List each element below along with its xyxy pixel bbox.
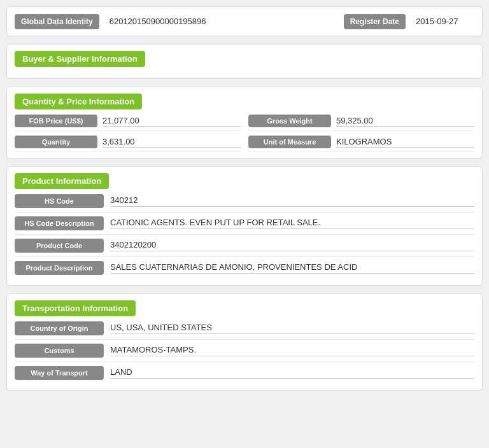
gross-weight-value: 59,325.00	[336, 116, 474, 127]
product-code-label: Product Code	[15, 239, 104, 253]
fob-price-field: FOB Price (US$) 21,077.00	[15, 115, 241, 130]
product-code-value: 3402120200	[110, 240, 474, 251]
global-data-identity-label: Global Data Identity	[15, 14, 99, 29]
fob-price-label: FOB Price (US$)	[15, 115, 97, 127]
transportation-fields: Country of Origin US, USA, UNITED STATES…	[15, 321, 474, 384]
way-of-transport-value: LAND	[110, 367, 474, 379]
customs-field: Customs MATAMOROS-TAMPS.	[15, 344, 474, 362]
way-of-transport-field: Way of Transport LAND	[15, 366, 474, 384]
hs-code-description-label: HS Code Description	[15, 216, 104, 230]
quantity-label: Quantity	[15, 136, 97, 148]
hs-code-description-value: CATIONIC AGENTS. EVEN PUT UP FOR RETAIL …	[110, 218, 474, 229]
fob-price-value: 21,077.00	[103, 116, 241, 127]
hs-code-value: 340212	[110, 195, 474, 207]
transportation-header: Transportation Information	[15, 300, 136, 316]
quantity-price-card: Quantity & Price Information FOB Price (…	[6, 87, 483, 158]
country-of-origin-field: Country of Origin US, USA, UNITED STATES	[15, 321, 474, 340]
customs-label: Customs	[15, 344, 104, 358]
identity-card: Global Data Identity 6201201509000001958…	[6, 6, 483, 36]
product-description-label: Product Description	[15, 261, 104, 275]
country-of-origin-value: US, USA, UNITED STATES	[110, 323, 474, 334]
way-of-transport-label: Way of Transport	[15, 366, 104, 380]
product-description-value: SALES CUATERNARIAS DE AMONIO, PROVENIENT…	[110, 262, 474, 274]
product-code-field: Product Code 3402120200	[15, 239, 474, 257]
product-description-field: Product Description SALES CUATERNARIAS D…	[15, 261, 474, 279]
unit-of-measure-label: Unit of Measure	[248, 136, 331, 148]
buyer-supplier-card: Buyer & Supplier Information	[6, 44, 483, 79]
gross-weight-label: Gross Weight	[248, 115, 331, 127]
product-card: Product Information HS Code 340212 HS Co…	[6, 166, 483, 286]
hs-code-label: HS Code	[15, 194, 104, 208]
register-date-value: 2015-09-27	[411, 13, 474, 29]
buyer-supplier-header: Buyer & Supplier Information	[15, 51, 145, 67]
country-of-origin-label: Country of Origin	[15, 321, 104, 335]
quantity-price-grid: FOB Price (US$) 21,077.00 Gross Weight 5…	[15, 115, 474, 151]
quantity-value: 3,631.00	[103, 137, 241, 148]
unit-of-measure-value: KILOGRAMOS	[336, 137, 474, 148]
hs-code-field: HS Code 340212	[15, 194, 474, 213]
gross-weight-field: Gross Weight 59,325.00	[248, 115, 474, 130]
identity-row: Global Data Identity 6201201509000001958…	[15, 13, 474, 29]
customs-value: MATAMOROS-TAMPS.	[110, 345, 474, 356]
unit-of-measure-field: Unit of Measure KILOGRAMOS	[248, 136, 474, 151]
register-date-label: Register Date	[344, 14, 406, 29]
product-header: Product Information	[15, 173, 109, 189]
quantity-field: Quantity 3,631.00	[15, 136, 241, 151]
transportation-card: Transportation Information Country of Or…	[6, 293, 483, 391]
hs-code-description-field: HS Code Description CATIONIC AGENTS. EVE…	[15, 216, 474, 235]
product-fields: HS Code 340212 HS Code Description CATIO…	[15, 194, 474, 279]
global-data-identity-value: 620120150900000195896	[104, 13, 339, 29]
quantity-price-header: Quantity & Price Information	[15, 94, 142, 109]
